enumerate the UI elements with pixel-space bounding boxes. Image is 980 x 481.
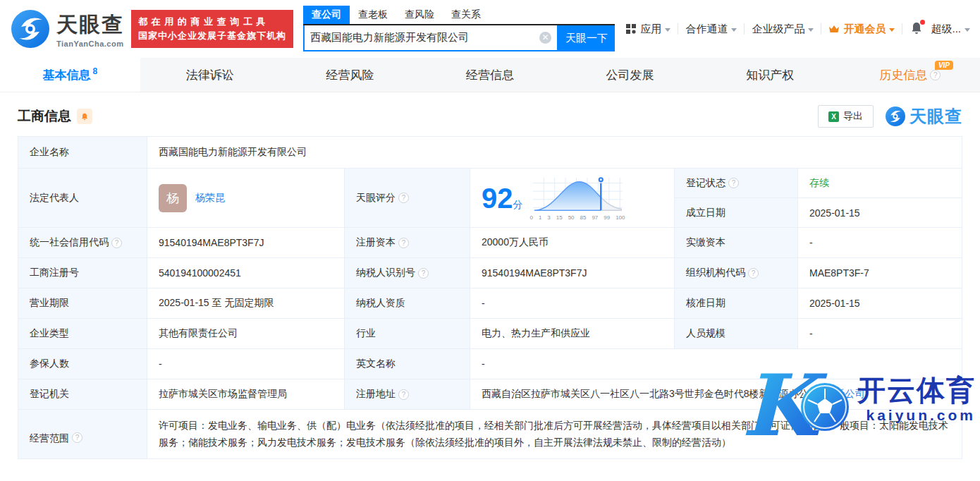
- search-tab-risk[interactable]: 查风险: [396, 6, 443, 24]
- search-input[interactable]: [310, 32, 539, 44]
- export-button[interactable]: X 导出: [818, 105, 874, 128]
- taxpayer-id-value: 91540194MAE8PT3F7J: [470, 257, 674, 288]
- menu-partner-label: 合作通道: [685, 23, 728, 36]
- legal-rep-label: 法定代表人: [18, 168, 147, 227]
- bell-icon: [80, 112, 89, 121]
- org-code-label: 组织机构代码 ?: [674, 257, 797, 288]
- help-icon[interactable]: ?: [728, 178, 739, 188]
- chevron-down-icon: [665, 28, 670, 32]
- tab-operating-risk[interactable]: 经营风险: [280, 58, 420, 92]
- staff-size-value: -: [797, 318, 962, 348]
- help-icon[interactable]: ?: [72, 432, 82, 443]
- help-icon[interactable]: ?: [930, 70, 941, 80]
- established-value: 2025-01-15: [797, 197, 962, 227]
- reg-status-label: 登记状态 ?: [674, 168, 797, 197]
- help-icon[interactable]: ?: [111, 238, 122, 248]
- slogan-line1: 都 在 用 的 商 业 查 询 工 具: [138, 15, 286, 29]
- menu-enterprise[interactable]: 企业级产品: [752, 23, 814, 36]
- crown-icon: [828, 25, 840, 34]
- help-icon[interactable]: ?: [398, 238, 409, 248]
- notification-dot: [920, 20, 925, 25]
- tab-legal[interactable]: 法律诉讼: [140, 58, 281, 92]
- tab-basic-info-count: 8: [92, 66, 97, 76]
- brand-domain: TianYanCha.com: [56, 39, 124, 48]
- business-info-table: 企业名称 西藏国能电力新能源开发有限公司 法定代表人 杨 杨荣昆 登记状态 ? …: [18, 136, 962, 459]
- legal-rep-link[interactable]: 杨荣昆: [195, 192, 225, 205]
- slogan-banner: 都 在 用 的 商 业 查 询 工 具 国家中小企业发展子基金旗下机构: [131, 10, 293, 48]
- score-distribution-chart: 01 315 5085 9799 100: [530, 175, 625, 221]
- slogan-line2: 国家中小企业发展子基金旗下机构: [138, 29, 286, 43]
- vip-badge: VIP: [935, 61, 953, 70]
- industry-label: 行业: [344, 318, 470, 348]
- help-icon[interactable]: ?: [398, 193, 409, 203]
- business-scope-label: 经营范围 ?: [18, 409, 147, 458]
- score-axis-ticks: 01 315 5085 9799 100: [530, 214, 625, 221]
- company-name-label: 企业名称: [18, 137, 147, 168]
- uscc-label-text: 统一社会信用代码: [30, 236, 109, 249]
- taxpayer-id-label: 纳税人识别号 ?: [344, 257, 470, 288]
- uscc-value: 91540194MAE8PT3F7J: [147, 227, 344, 257]
- score-label: 天眼评分 ?: [344, 168, 470, 227]
- monitor-bell-button[interactable]: [77, 109, 92, 124]
- section-header: 工商信息 X 导出 天眼查: [0, 92, 980, 135]
- divider: [744, 23, 745, 35]
- tianyancha-logo[interactable]: 天眼查 TianYanCha.com: [10, 8, 124, 49]
- company-type-label: 企业类型: [18, 318, 147, 348]
- business-scope-text: 许可项目：发电业务、输电业务、供（配）电业务（依法须经批准的项目，经相关部门批准…: [159, 417, 950, 451]
- reg-number-label: 工商注册号: [18, 257, 147, 288]
- brand-name: 天眼查: [909, 105, 962, 128]
- search-tab-boss[interactable]: 查老板: [350, 6, 396, 24]
- score-cell[interactable]: 92分: [470, 168, 674, 227]
- tab-intellectual-property[interactable]: 知识产权: [700, 58, 840, 92]
- english-name-label: 英文名称: [344, 348, 470, 379]
- industry-value: 电力、热力生产和供应业: [470, 318, 674, 348]
- staff-size-label: 人员规模: [674, 318, 797, 348]
- score-number: 92: [482, 183, 513, 214]
- menu-partner[interactable]: 合作通道: [685, 23, 737, 36]
- tab-intellectual-property-label: 知识产权: [746, 67, 794, 83]
- reg-capital-value: 20000万人民币: [470, 227, 674, 257]
- menu-super[interactable]: 超级...: [931, 23, 970, 36]
- menu-vip-label: 开通会员: [843, 23, 886, 36]
- insured-value: -: [147, 348, 344, 379]
- chevron-down-icon: [731, 28, 737, 32]
- top-header: 天眼查 TianYanCha.com 都 在 用 的 商 业 查 询 工 具 国…: [0, 0, 980, 58]
- menu-vip[interactable]: 开通会员: [828, 23, 895, 36]
- tab-company-development-label: 公司发展: [606, 67, 654, 83]
- tab-operating-risk-label: 经营风险: [326, 67, 374, 83]
- approval-date-value: 2025-01-15: [797, 288, 962, 318]
- help-icon[interactable]: ?: [418, 268, 429, 279]
- tab-legal-label: 法律诉讼: [186, 67, 234, 83]
- notification-bell[interactable]: [909, 21, 924, 37]
- divider: [678, 23, 678, 35]
- search-button[interactable]: 天眼一下: [558, 25, 615, 51]
- help-icon[interactable]: ?: [748, 268, 759, 279]
- clear-icon[interactable]: ✕: [539, 32, 551, 44]
- reg-authority-value: 拉萨市城关区市场监督管理局: [147, 379, 344, 409]
- score-label-text: 天眼评分: [356, 192, 396, 205]
- tianyancha-watermark-logo: 天眼查: [885, 105, 962, 128]
- tab-company-development[interactable]: 公司发展: [560, 58, 700, 92]
- apps-grid-icon: [626, 24, 637, 35]
- menu-super-label: 超级...: [931, 23, 961, 36]
- menu-apps[interactable]: 应用: [626, 23, 670, 36]
- chevron-down-icon: [964, 28, 970, 32]
- reg-address-cell: 西藏自治区拉萨市城关区八一社区八一北路3号世邦金色时代8楼新能源办公室 附近公司: [470, 379, 962, 409]
- taxpayer-quality-label: 纳税人资质: [344, 288, 470, 318]
- taxpayer-id-label-text: 纳税人识别号: [356, 267, 415, 279]
- tab-business-info[interactable]: 经营信息: [420, 58, 561, 92]
- tab-basic-info[interactable]: 基本信息 8: [0, 58, 140, 92]
- search-block: 查公司 查老板 查风险 查关系 ✕ 天眼一下: [303, 6, 615, 51]
- paid-capital-value: -: [797, 227, 962, 257]
- avatar[interactable]: 杨: [159, 184, 187, 212]
- search-tab-company[interactable]: 查公司: [303, 6, 350, 24]
- taxpayer-quality-value: -: [470, 288, 674, 318]
- excel-icon: X: [828, 111, 839, 122]
- search-tab-relation[interactable]: 查关系: [443, 6, 489, 24]
- reg-address-label-text: 注册地址: [356, 388, 396, 401]
- reg-status-value: 存续: [797, 168, 962, 197]
- menu-apps-label: 应用: [640, 23, 661, 36]
- nearby-companies-link[interactable]: 附近公司: [826, 388, 865, 401]
- help-icon[interactable]: ?: [398, 389, 409, 400]
- tab-history-info[interactable]: VIP 历史信息 ?: [840, 58, 980, 92]
